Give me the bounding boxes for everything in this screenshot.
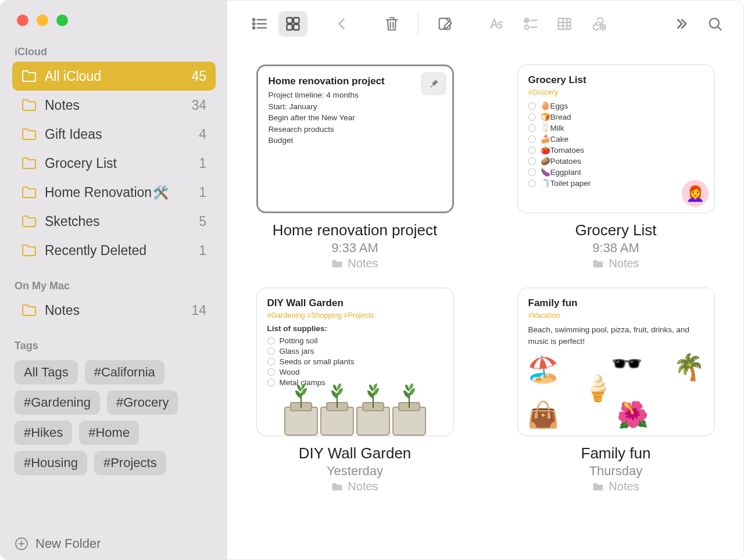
svg-point-3 bbox=[253, 19, 255, 21]
window-controls bbox=[1, 15, 227, 26]
tag-pill[interactable]: #Gardening bbox=[15, 390, 100, 415]
close-window-button[interactable] bbox=[17, 15, 28, 26]
checkbox-icon bbox=[528, 135, 536, 143]
list-view-button[interactable] bbox=[245, 11, 274, 37]
note-caption-time: 9:33 AM bbox=[273, 240, 437, 256]
folder-count: 4 bbox=[199, 127, 206, 142]
minimize-window-button[interactable] bbox=[37, 15, 48, 26]
tag-pill[interactable]: #Home bbox=[79, 421, 139, 445]
link-button[interactable] bbox=[584, 11, 613, 37]
svg-point-5 bbox=[253, 23, 255, 25]
tags-list: All Tags#California#Gardening#Grocery#Hi… bbox=[1, 360, 227, 475]
tag-pill[interactable]: #Grocery bbox=[107, 390, 178, 415]
folder-name: All iCloud bbox=[45, 69, 191, 84]
note-card-title: Home renovation project bbox=[269, 76, 442, 87]
folder-icon bbox=[22, 304, 37, 316]
checklist-item: 🍞Bread bbox=[528, 112, 704, 121]
note-caption-folder: Notes bbox=[299, 480, 412, 493]
checklist-item: 🧻Toilet paper bbox=[528, 178, 704, 188]
back-button[interactable] bbox=[327, 11, 356, 37]
new-note-button[interactable] bbox=[430, 11, 459, 37]
folder-icon bbox=[22, 186, 37, 198]
note-card-wrap: Family fun#VacationBeach, swimming pool,… bbox=[512, 288, 720, 493]
tags-section-label: Tags bbox=[1, 340, 227, 356]
folder-icon bbox=[22, 128, 37, 140]
sidebar-folder-item[interactable]: Home Renovation🛠️ 1 bbox=[12, 178, 216, 207]
folder-name: Home Renovation🛠️ bbox=[45, 185, 199, 200]
note-card[interactable]: DIY Wall Garden#Gardening #Shopping #Pro… bbox=[256, 288, 454, 436]
checkbox-icon bbox=[528, 146, 536, 154]
note-card[interactable]: Grocery List#Grocery🥚Eggs🍞Bread🥛Milk🍰Cak… bbox=[517, 64, 715, 213]
toolbar bbox=[227, 1, 743, 47]
checklist-item: 🥛Milk bbox=[528, 123, 704, 132]
sidebar-folder-item[interactable]: Notes 34 bbox=[12, 91, 216, 120]
note-caption-folder: Notes bbox=[575, 257, 656, 270]
plus-circle-icon bbox=[15, 537, 28, 551]
checklist-item: 🥚Eggs bbox=[528, 101, 704, 110]
checklist-item: 🥔Potatoes bbox=[528, 156, 704, 166]
note-card-image bbox=[257, 386, 453, 436]
note-card-title: Grocery List bbox=[528, 74, 704, 86]
checklist-item: 🍅Tomatoes bbox=[528, 145, 704, 155]
note-card-tags: #Vacation bbox=[528, 311, 704, 320]
svg-point-7 bbox=[253, 27, 255, 29]
new-folder-button[interactable]: New Folder bbox=[15, 536, 101, 551]
note-card-wrap: Home renovation projectProject timeline:… bbox=[251, 64, 459, 270]
search-button[interactable] bbox=[700, 11, 729, 37]
checklist-item: Glass jars bbox=[267, 347, 443, 356]
new-folder-label: New Folder bbox=[35, 536, 101, 551]
tag-pill[interactable]: #Projects bbox=[94, 451, 166, 475]
note-caption: Grocery List 9:38 AM Notes bbox=[575, 221, 656, 270]
note-card[interactable]: Family fun#VacationBeach, swimming pool,… bbox=[517, 288, 715, 436]
sidebar-folder-item[interactable]: All iCloud 45 bbox=[12, 62, 216, 91]
sidebar-folder-item[interactable]: Grocery List 1 bbox=[12, 149, 216, 178]
folder-count: 1 bbox=[199, 243, 206, 259]
note-card-body: Beach, swimming pool, pizza, fruit, drin… bbox=[528, 324, 704, 347]
folder-count: 5 bbox=[199, 214, 206, 229]
tag-pill[interactable]: All Tags bbox=[15, 360, 78, 385]
note-card-image: 🏖️ 🕶️ 🌴 👜 🍦 🌺 bbox=[524, 352, 709, 431]
folder-icon bbox=[22, 216, 37, 227]
svg-line-29 bbox=[718, 27, 721, 30]
checkbox-icon bbox=[528, 102, 536, 110]
folder-name: Sketches bbox=[45, 214, 199, 229]
note-caption: Home renovation project 9:33 AM Notes bbox=[273, 221, 437, 270]
note-card-subheading: List of supplies: bbox=[267, 324, 443, 333]
checklist-button[interactable] bbox=[516, 11, 545, 37]
shared-avatar: 👩‍🦰 bbox=[682, 180, 709, 207]
note-card-wrap: Grocery List#Grocery🥚Eggs🍞Bread🥛Milk🍰Cak… bbox=[512, 64, 720, 270]
more-button[interactable] bbox=[667, 11, 696, 37]
table-button[interactable] bbox=[550, 11, 579, 37]
note-caption-folder: Notes bbox=[273, 257, 437, 270]
sidebar-folder-item[interactable]: Notes 14 bbox=[12, 296, 216, 325]
svg-rect-20 bbox=[559, 19, 571, 30]
tag-pill[interactable]: #Housing bbox=[15, 451, 87, 475]
note-caption-time: 9:38 AM bbox=[575, 240, 656, 256]
checkbox-icon bbox=[528, 113, 536, 121]
folder-name: Notes bbox=[45, 303, 191, 318]
svg-point-18 bbox=[525, 25, 529, 29]
main-area: Home renovation projectProject timeline:… bbox=[227, 1, 743, 559]
folder-name: Grocery List bbox=[45, 156, 199, 171]
sidebar-folder-item[interactable]: Sketches 5 bbox=[12, 207, 216, 236]
note-caption: Family fun Thursday Notes bbox=[581, 444, 651, 493]
gallery-view-button[interactable] bbox=[278, 11, 307, 37]
note-card-title: Family fun bbox=[528, 297, 704, 309]
delete-button[interactable] bbox=[377, 11, 406, 37]
sidebar-folder-item[interactable]: Gift Ideas 4 bbox=[12, 120, 216, 149]
sidebar-folder-item[interactable]: Recently Deleted 1 bbox=[12, 236, 216, 265]
folder-count: 1 bbox=[199, 156, 206, 171]
tag-pill[interactable]: #Hikes bbox=[15, 421, 72, 445]
note-card[interactable]: Home renovation projectProject timeline:… bbox=[256, 64, 454, 213]
text-format-button[interactable] bbox=[482, 11, 512, 37]
note-card-body: Project timeline: 4 months Start: Januar… bbox=[269, 89, 442, 146]
tag-pill[interactable]: #California bbox=[85, 360, 164, 385]
notes-gallery: Home renovation projectProject timeline:… bbox=[227, 47, 743, 559]
maximize-window-button[interactable] bbox=[56, 15, 68, 26]
sidebar: iCloud All iCloud 45 Notes 34 Gift Ideas… bbox=[1, 1, 227, 559]
note-card-tags: #Grocery bbox=[528, 88, 704, 96]
folder-name: Gift Ideas bbox=[45, 127, 199, 142]
folder-name: Recently Deleted bbox=[45, 243, 199, 259]
note-caption-title: DIY Wall Garden bbox=[299, 444, 412, 462]
checkbox-icon bbox=[267, 358, 275, 365]
